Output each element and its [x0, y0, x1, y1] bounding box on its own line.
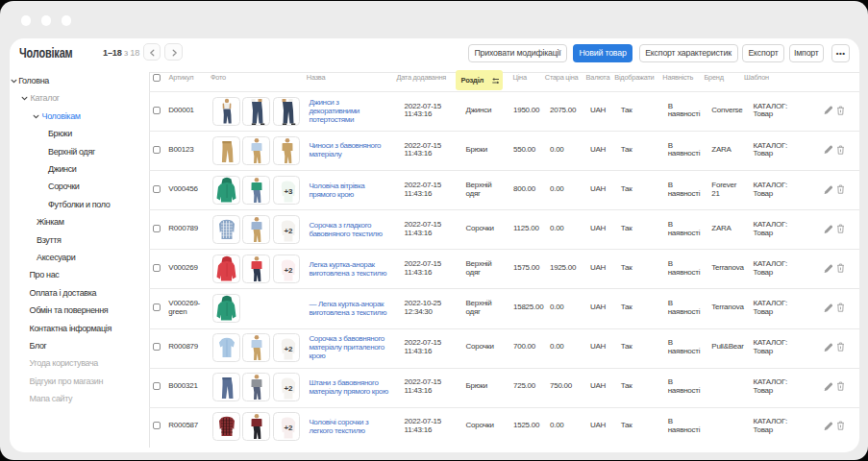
- svg-text:+2: +2: [284, 345, 293, 353]
- svg-text:+2: +2: [284, 384, 293, 393]
- svg-text:+2: +2: [284, 266, 293, 275]
- svg-text:+2: +2: [284, 424, 293, 432]
- svg-text:+3: +3: [284, 187, 293, 196]
- svg-text:+2: +2: [284, 227, 293, 235]
